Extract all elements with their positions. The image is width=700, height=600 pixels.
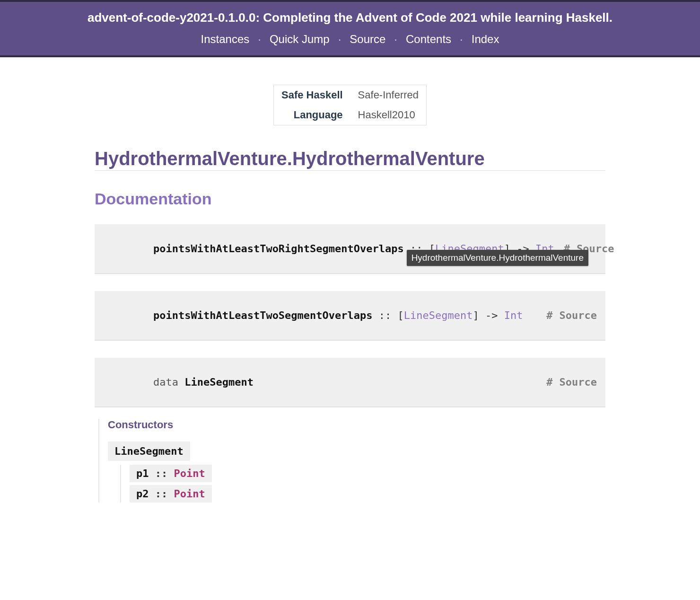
info-language-label: Language <box>274 105 350 125</box>
signature-2: pointsWithAtLeastTwoSegmentOverlaps :: [… <box>95 291 605 341</box>
source-link-2[interactable]: Source <box>560 309 597 321</box>
header-links: Instances Quick Jump Source Contents Ind… <box>0 33 700 46</box>
selflink-hash-2[interactable]: # <box>546 309 552 321</box>
fn-name-2[interactable]: pointsWithAtLeastTwoSegmentOverlaps <box>153 309 373 321</box>
field-p2-dcolon: :: <box>149 488 174 500</box>
type-link-linesegment-2[interactable]: LineSegment <box>404 309 473 321</box>
source-link-3[interactable]: Source <box>560 376 597 388</box>
field-type-point-2[interactable]: Point <box>174 488 205 500</box>
link-index[interactable]: Index <box>472 33 499 46</box>
info-safe-haskell-value: Safe-Inferred <box>350 85 426 105</box>
module-title: HydrothermalVenture.HydrothermalVenture <box>95 148 605 171</box>
link-instances[interactable]: Instances <box>201 33 250 46</box>
signature-block-1: pointsWithAtLeastTwoRightSegmentOverlaps… <box>95 224 605 274</box>
selflink-hash-3[interactable]: # <box>546 376 552 388</box>
tooltip-module: HydrothermalVenture.HydrothermalVenture <box>407 250 588 266</box>
info-language-value: Haskell2010 <box>350 105 426 125</box>
fn-name-1[interactable]: pointsWithAtLeastTwoRightSegmentOverlaps <box>153 243 404 255</box>
constructors-section: Constructors LineSegment p1 :: Point p2 … <box>98 419 605 503</box>
link-source[interactable]: Source <box>350 33 385 46</box>
field-name-p1[interactable]: p1 <box>136 468 149 479</box>
field-p1-dcolon: :: <box>149 468 174 479</box>
field-type-point-1[interactable]: Point <box>174 468 205 479</box>
data-decl: data LineSegment # Source <box>95 358 605 407</box>
fields-list: p1 :: Point p2 :: Point <box>120 465 605 503</box>
signature-1: pointsWithAtLeastTwoRightSegmentOverlaps… <box>95 224 605 274</box>
right-links-3: # Source <box>546 376 597 388</box>
info-table: Safe Haskell Safe-Inferred Language Hask… <box>273 85 427 125</box>
sig2-open: :: [ <box>373 309 404 321</box>
info-safe-haskell-label: Safe Haskell <box>274 85 350 105</box>
constructor-linesegment[interactable]: LineSegment <box>108 441 190 461</box>
type-link-int-2[interactable]: Int <box>504 309 523 321</box>
field-p1: p1 :: Point <box>130 465 212 482</box>
field-name-p2[interactable]: p2 <box>136 488 149 500</box>
data-keyword: data <box>153 376 184 388</box>
link-quickjump[interactable]: Quick Jump <box>270 33 330 46</box>
data-name-linesegment[interactable]: LineSegment <box>184 376 254 388</box>
field-p2: p2 :: Point <box>130 485 212 503</box>
sig2-arrow: ] -> <box>473 309 504 321</box>
package-header: advent-of-code-y2021-0.1.0.0: Completing… <box>0 0 700 57</box>
link-contents[interactable]: Contents <box>406 33 451 46</box>
right-links-2: # Source <box>546 309 597 321</box>
constructors-caption: Constructors <box>108 419 605 431</box>
section-documentation: Documentation <box>95 190 605 208</box>
data-block-linesegment: data LineSegment # Source Constructors L… <box>95 358 605 503</box>
signature-block-2: pointsWithAtLeastTwoSegmentOverlaps :: [… <box>95 291 605 341</box>
package-caption: advent-of-code-y2021-0.1.0.0: Completing… <box>0 10 700 25</box>
